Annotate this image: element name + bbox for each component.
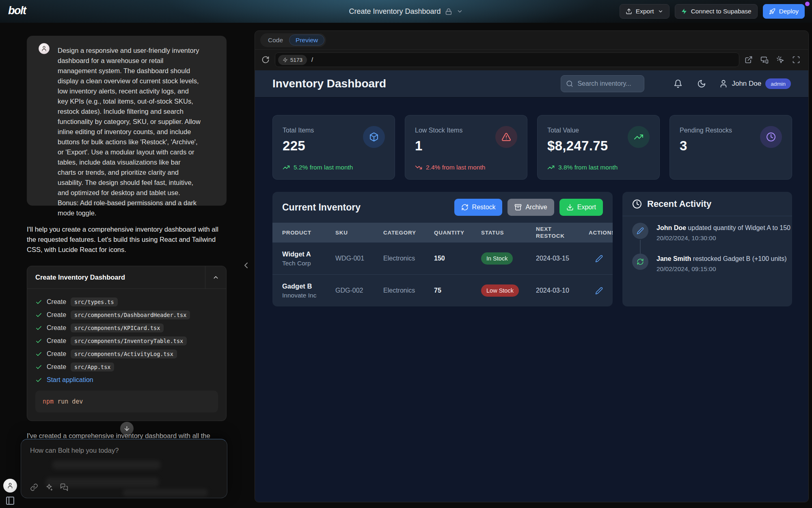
bell-icon[interactable]	[674, 79, 682, 88]
step-file-chip[interactable]: src/components/ActivityLog.tsx	[71, 350, 177, 358]
check-icon	[35, 364, 42, 371]
edit-icon[interactable]	[595, 255, 603, 263]
bolt-logo[interactable]: bolt	[8, 4, 26, 17]
url-path: /	[311, 56, 313, 63]
activity-item: John Doe updated quantity of Widget A to…	[657, 224, 790, 242]
rocket-icon	[769, 8, 775, 15]
search-box[interactable]	[561, 75, 644, 92]
edit-icon[interactable]	[595, 287, 603, 295]
preview-actions	[745, 56, 802, 64]
activity-title: Recent Activity	[647, 199, 711, 209]
step-action: Create	[47, 324, 66, 332]
kpi-card-pending-restocks: Pending Restocks 3	[669, 115, 792, 180]
step-file-chip[interactable]: src/App.tsx	[71, 363, 114, 371]
restock-label: Restock	[472, 204, 496, 211]
export-csv-button[interactable]: Export	[559, 199, 603, 216]
user-menu[interactable]: John Doe	[719, 79, 761, 88]
link-icon[interactable]	[30, 483, 38, 491]
tab-code[interactable]: Code	[262, 37, 289, 44]
quantity-value[interactable]: 150	[434, 255, 481, 262]
plan-steps: Create src/types.ts Create src/component…	[27, 289, 226, 421]
kpi-row: Total Items 225 5.2% from last month Low…	[272, 115, 792, 180]
preview-toolbar: 5173 /	[255, 50, 808, 70]
check-icon	[35, 338, 42, 345]
clock-icon	[632, 199, 642, 209]
start-application-link[interactable]: Start application	[47, 376, 93, 384]
dark-mode-toggle-icon[interactable]	[697, 79, 706, 88]
messages-icon[interactable]	[60, 483, 68, 491]
archive-icon	[514, 204, 522, 211]
trending-down-icon	[415, 164, 422, 171]
col-sku: SKU	[335, 230, 383, 236]
inventory-title: Current Inventory	[282, 202, 361, 213]
preview-viewport: Inventory Dashboard John Doe admin	[255, 70, 808, 502]
export-button[interactable]: Export	[620, 4, 669, 19]
collapse-chat-chevron[interactable]	[241, 261, 251, 270]
check-icon	[35, 312, 42, 319]
check-icon	[35, 351, 42, 358]
recent-activity-card: Recent Activity John Doe updated quantit…	[622, 192, 792, 306]
refresh-icon	[461, 204, 469, 211]
sparkles-icon[interactable]	[45, 483, 53, 491]
responsive-devices-icon[interactable]	[760, 56, 769, 64]
connect-supabase-button[interactable]: Connect to Supabase	[675, 4, 758, 19]
main-content-row: Current Inventory Restock Archive	[272, 192, 792, 306]
port-number: 5173	[290, 57, 302, 63]
restock-button[interactable]: Restock	[454, 199, 503, 216]
dashboard-title: Inventory Dashboard	[272, 77, 386, 90]
deploy-button[interactable]: Deploy	[763, 4, 805, 19]
url-bar[interactable]: 5173 /	[275, 52, 739, 67]
plan-step: Create src/components/InventoryTable.tsx	[35, 334, 218, 347]
package-icon	[363, 126, 385, 148]
chat-input-toolbar	[30, 483, 68, 491]
assistant-message: I'll help you create a comprehensive inv…	[27, 224, 227, 255]
activity-item: Jane Smith restocked Gadget B (+100 unit…	[657, 255, 787, 273]
fullscreen-icon[interactable]	[792, 56, 800, 64]
reload-icon[interactable]	[261, 56, 270, 64]
activity-action: updated quantity of Widget A to 150	[688, 224, 790, 231]
step-file-chip[interactable]: src/components/DashboardHeader.tsx	[71, 310, 190, 319]
project-title-menu[interactable]: Create Inventory Dashboard	[349, 0, 463, 23]
chat-input-box[interactable]	[21, 439, 227, 498]
panel-left-toggle[interactable]	[5, 496, 15, 506]
open-external-icon[interactable]	[745, 56, 753, 64]
tab-preview[interactable]: Preview	[289, 35, 324, 46]
next-restock-date: 2024-03-10	[536, 287, 589, 294]
status-badge: In Stock	[481, 252, 513, 265]
dashboard-header-right: John Doe admin	[561, 75, 791, 92]
role-badge: admin	[765, 78, 791, 89]
step-file-chip[interactable]: src/components/InventoryTable.tsx	[71, 336, 187, 345]
user-name: John Doe	[732, 80, 761, 88]
code-preview-toggle: Code Preview	[260, 33, 326, 47]
inspect-cursor-icon[interactable]	[776, 56, 784, 64]
search-input[interactable]	[577, 80, 639, 87]
plan-step: Create src/components/ActivityLog.tsx	[35, 347, 218, 360]
chevron-down-icon[interactable]	[457, 8, 463, 15]
col-product: PRODUCT	[282, 230, 335, 236]
activity-user: John Doe	[657, 224, 686, 231]
check-icon	[35, 325, 42, 332]
plan-title: Create Inventory Dashboard	[27, 274, 205, 281]
account-avatar[interactable]	[3, 479, 17, 493]
step-action: Create	[47, 337, 66, 345]
archive-button[interactable]: Archive	[508, 199, 554, 216]
user-message: Design a responsive and user-friendly in…	[58, 46, 201, 218]
category-value: Electronics	[383, 255, 434, 262]
arrow-down-icon	[123, 425, 130, 432]
download-icon	[566, 204, 574, 211]
export-label: Export	[636, 8, 654, 15]
connect-supabase-label: Connect to Supabase	[691, 8, 752, 15]
kpi-delta-text: 3.8% from last month	[558, 164, 618, 171]
restock-activity-icon	[632, 254, 648, 270]
step-action: Create	[47, 298, 66, 306]
search-icon	[566, 80, 573, 87]
step-file-chip[interactable]: src/components/KPICard.tsx	[71, 323, 164, 332]
activity-header: Recent Activity	[622, 192, 792, 216]
quantity-value[interactable]: 75	[434, 287, 481, 294]
plan-collapse-toggle[interactable]	[205, 266, 226, 289]
bolt-workspace: bolt Create Inventory Dashboard Export C…	[0, 0, 812, 508]
plan-step: Create src/types.ts	[35, 295, 218, 308]
upload-icon	[626, 8, 632, 15]
activity-time: 20/02/2024, 09:15:00	[657, 265, 787, 273]
step-file-chip[interactable]: src/types.ts	[71, 297, 118, 306]
